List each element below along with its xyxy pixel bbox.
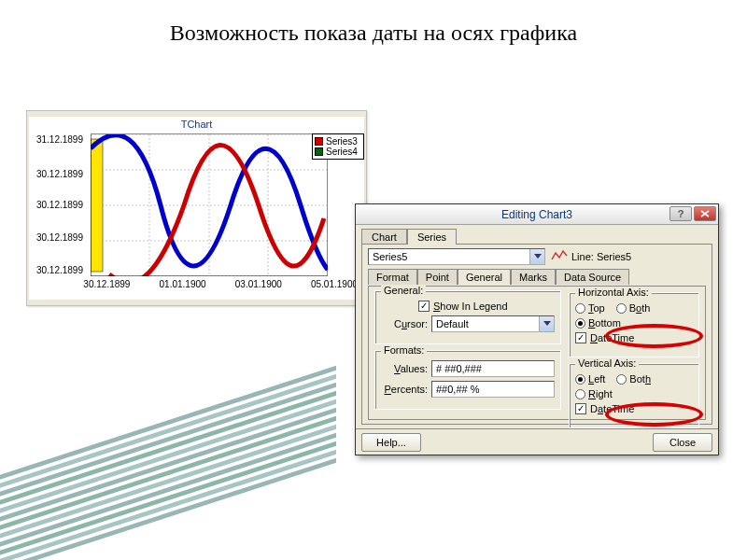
legend-label: Series4 [326,147,358,157]
haxis-both-radio[interactable]: Both [616,302,651,314]
y-tick-label: 30.12.1899 [36,200,83,210]
tab-marks[interactable]: Marks [511,269,556,285]
y-axis-labels: 31.12.1899 30.12.1899 30.12.1899 30.12.1… [29,133,87,275]
fieldset-legend: General: [381,285,426,296]
fieldset-legend: Horizontal Axis: [575,287,652,298]
percents-label: Percents: [381,384,428,395]
values-label: Values: [381,363,428,374]
line-chart-icon [551,249,568,264]
vaxis-left-radio[interactable]: Left [575,373,605,385]
legend-item: Series4 [315,147,361,157]
chart-inner: TChart [29,117,364,300]
checkbox-label: DateTime [590,332,634,343]
fieldset-legend: Formats: [381,344,427,356]
sub-tabs: Format Point General Marks Data Source [368,269,706,285]
help-icon[interactable]: ? [669,206,692,221]
tab-series[interactable]: Series [407,229,457,245]
vaxis-both-radio[interactable]: Both [616,373,651,385]
series-type-preview: Line: Series5 [551,249,631,264]
x-tick-label: 05.01.1900 [311,279,358,289]
haxis-top-radio[interactable]: Top [575,302,605,314]
legend-swatch [315,147,323,156]
checkbox-icon [575,332,586,343]
vaxis-datetime-checkbox[interactable]: DateTime [575,403,634,414]
top-tabs: Chart Series [361,229,457,245]
series-page: Series5 Line: Series5 Format Point Gener… [361,244,712,425]
x-axis-labels: 30.12.1899 01.01.1900 03.01.1900 05.01.1… [91,279,361,294]
y-tick-label: 30.12.1899 [36,264,83,274]
chart-title: TChart [29,117,364,130]
help-button[interactable]: Help... [361,433,421,452]
chevron-down-icon[interactable] [539,316,554,331]
checkbox-icon [575,403,586,414]
haxis-datetime-checkbox[interactable]: DateTime [575,332,634,343]
series-select[interactable]: Series5 [368,248,545,265]
close-icon[interactable] [694,206,716,221]
legend-swatch [315,137,323,146]
tab-general[interactable]: General [458,269,511,285]
tab-format[interactable]: Format [368,269,417,285]
vaxis-right-radio[interactable]: Right [575,388,613,399]
haxis-bottom-radio[interactable]: Bottom [575,317,621,329]
show-in-legend-checkbox[interactable]: Show In Legend [418,301,508,312]
general-page: General: Show In Legend Cursor: Default [368,286,706,420]
series-select-value: Series5 [373,251,407,262]
x-tick-label: 03.01.1900 [235,279,282,289]
checkbox-icon [418,301,430,312]
y-tick-label: 31.12.1899 [36,134,83,145]
x-tick-label: 30.12.1899 [83,279,130,289]
checkbox-label: DateTime [590,403,634,414]
editing-chart-dialog: Editing Chart3 ? Chart Series Series5 [355,203,719,455]
chevron-down-icon[interactable] [529,249,544,264]
cursor-select-value: Default [436,318,469,329]
vertical-axis-fieldset: Vertical Axis: Left Both Right DateTime [569,363,699,428]
decorative-stripes [0,366,336,560]
x-tick-label: 01.01.1900 [160,279,206,289]
series-type-label: Line: Series5 [571,251,631,262]
horizontal-axis-fieldset: Horizontal Axis: Top Both Bottom DateTim… [569,292,699,357]
dialog-button-bar: Help... Close [356,428,718,455]
fieldset-legend: Vertical Axis: [575,357,639,369]
y-tick-label: 30.12.1899 [36,168,83,178]
y-tick-label: 30.12.1899 [36,231,83,242]
svg-rect-10 [91,139,103,272]
percents-input[interactable]: ##0,## % [431,381,555,398]
plot-area [91,133,328,275]
dialog-title: Editing Chart3 [356,208,718,221]
general-fieldset: General: Show In Legend Cursor: Default [374,290,561,344]
tab-point[interactable]: Point [417,269,458,285]
chart-panel: TChart [26,110,367,306]
close-button[interactable]: Close [653,433,712,452]
chart-legend: Series3 Series4 [312,133,364,160]
cursor-label: Cursor: [381,318,428,329]
tab-chart[interactable]: Chart [361,229,407,245]
legend-item: Series3 [315,136,361,147]
checkbox-label: Show In Legend [433,301,508,312]
tab-data-source[interactable]: Data Source [556,269,629,285]
dialog-titlebar[interactable]: Editing Chart3 ? [356,204,718,225]
slide-title: Возможность показа даты на осях графика [0,21,747,46]
legend-label: Series3 [326,136,358,147]
cursor-select[interactable]: Default [431,315,555,332]
values-input[interactable]: # ##0,### [431,360,555,377]
formats-fieldset: Formats: Values: # ##0,### Percents: ##0… [374,350,561,410]
